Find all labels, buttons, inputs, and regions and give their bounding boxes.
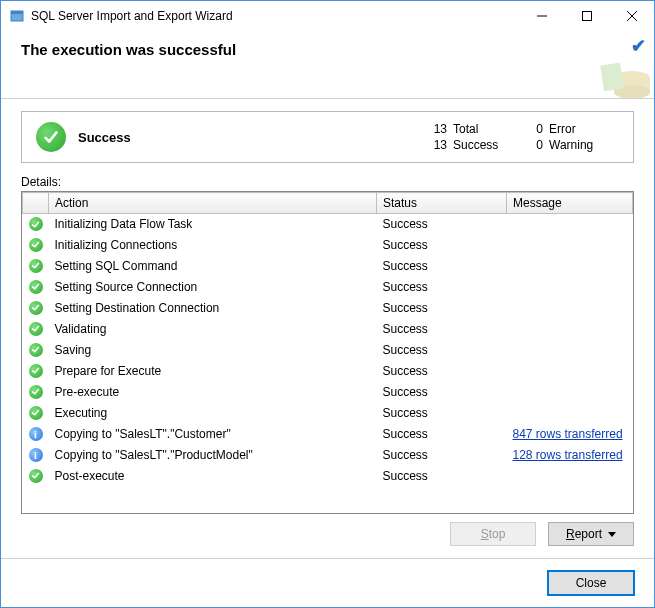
details-table-wrap: Action Status Message Initializing Data … [21,191,634,514]
row-status: Success [377,361,507,382]
details-table: Action Status Message Initializing Data … [22,192,633,487]
summary-stats: 13 Total 0 Error 13 Success 0 Warning [427,122,619,152]
chevron-down-icon [608,532,616,537]
success-icon [29,280,43,294]
row-action: Setting Destination Connection [49,298,377,319]
stat-total-n: 13 [427,122,453,136]
row-status: Success [377,340,507,361]
action-buttons: Stop Report [21,514,634,550]
maximize-icon [582,11,592,21]
row-action: Initializing Data Flow Task [49,214,377,235]
app-icon [9,8,25,24]
window-buttons [519,1,654,31]
close-window-button[interactable] [609,1,654,31]
titlebar: SQL Server Import and Export Wizard [1,1,654,31]
stat-error-label: Error [549,122,619,136]
table-row[interactable]: iCopying to "SalesLT"."ProductModel"Succ… [23,445,633,466]
maximize-button[interactable] [564,1,609,31]
close-button[interactable]: Close [548,571,634,595]
table-row[interactable]: Pre-executeSuccess [23,382,633,403]
table-row[interactable]: SavingSuccess [23,340,633,361]
col-message[interactable]: Message [507,193,633,214]
window-title: SQL Server Import and Export Wizard [31,9,519,23]
row-icon-cell [23,382,49,403]
table-row[interactable]: Prepare for ExecuteSuccess [23,361,633,382]
info-icon: i [29,427,43,441]
row-status: Success [377,256,507,277]
row-icon-cell [23,466,49,487]
success-icon [29,343,43,357]
col-action[interactable]: Action [49,193,377,214]
success-icon [29,217,43,231]
table-row[interactable]: iCopying to "SalesLT"."Customer"Success8… [23,424,633,445]
minimize-button[interactable] [519,1,564,31]
table-row[interactable]: ExecutingSuccess [23,403,633,424]
message-link[interactable]: 847 rows transferred [513,427,623,441]
stat-success-label: Success [453,138,523,152]
row-icon-cell [23,340,49,361]
success-icon [29,469,43,483]
row-icon-cell [23,277,49,298]
success-icon [36,122,66,152]
report-button[interactable]: Report [548,522,634,546]
row-message [507,382,633,403]
close-icon [627,11,637,21]
summary-label: Success [78,130,131,145]
row-status: Success [377,319,507,340]
success-icon [29,406,43,420]
row-status: Success [377,445,507,466]
stop-button-label: Stop [481,527,506,541]
row-message [507,319,633,340]
row-action: Setting Source Connection [49,277,377,298]
row-message [507,214,633,235]
header-graphic [598,56,654,98]
row-message [507,466,633,487]
table-row[interactable]: Setting SQL CommandSuccess [23,256,633,277]
row-icon-cell [23,214,49,235]
report-button-label: Report [566,527,602,541]
page-title: The execution was successful [21,41,634,58]
stat-success-n: 13 [427,138,453,152]
row-action: Pre-execute [49,382,377,403]
row-icon-cell [23,361,49,382]
row-icon-cell [23,403,49,424]
col-status[interactable]: Status [377,193,507,214]
table-row[interactable]: Setting Destination ConnectionSuccess [23,298,633,319]
row-message [507,277,633,298]
row-action: Setting SQL Command [49,256,377,277]
table-row[interactable]: Setting Source ConnectionSuccess [23,277,633,298]
row-icon-cell [23,319,49,340]
table-row[interactable]: Initializing ConnectionsSuccess [23,235,633,256]
row-status: Success [377,382,507,403]
message-link[interactable]: 128 rows transferred [513,448,623,462]
row-message [507,235,633,256]
table-row[interactable]: Initializing Data Flow TaskSuccess [23,214,633,235]
row-icon-cell: i [23,424,49,445]
row-message [507,340,633,361]
close-button-label: Close [576,576,607,590]
success-icon [29,322,43,336]
table-row[interactable]: Post-executeSuccess [23,466,633,487]
row-action: Post-execute [49,466,377,487]
row-icon-cell [23,256,49,277]
success-icon [29,259,43,273]
minimize-icon [537,11,547,21]
row-status: Success [377,403,507,424]
stat-warning-label: Warning [549,138,619,152]
stat-total-label: Total [453,122,523,136]
success-icon [29,364,43,378]
col-icon[interactable] [23,193,49,214]
row-action: Copying to "SalesLT"."ProductModel" [49,445,377,466]
success-icon [29,238,43,252]
details-label: Details: [21,175,634,189]
svg-rect-9 [600,63,623,92]
row-icon-cell [23,298,49,319]
row-action: Executing [49,403,377,424]
row-message [507,298,633,319]
table-row[interactable]: ValidatingSuccess [23,319,633,340]
row-icon-cell: i [23,445,49,466]
wizard-footer: Close [1,558,654,607]
row-icon-cell [23,235,49,256]
row-status: Success [377,466,507,487]
row-message [507,256,633,277]
